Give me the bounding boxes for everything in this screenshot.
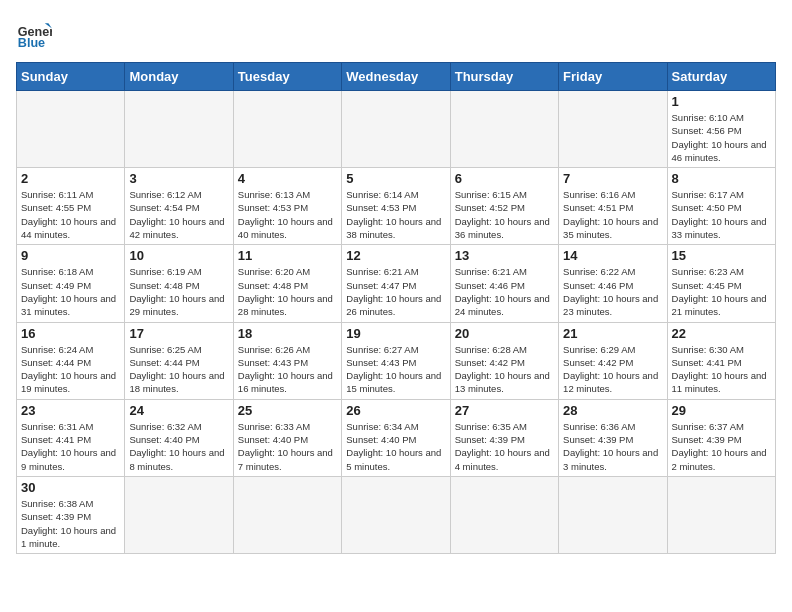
day-number: 29 <box>672 403 771 418</box>
calendar-cell <box>667 476 775 553</box>
calendar-cell: 4Sunrise: 6:13 AM Sunset: 4:53 PM Daylig… <box>233 168 341 245</box>
logo-icon: General Blue <box>16 16 52 52</box>
day-info: Sunrise: 6:21 AM Sunset: 4:47 PM Dayligh… <box>346 265 445 318</box>
day-number: 11 <box>238 248 337 263</box>
calendar-cell: 1Sunrise: 6:10 AM Sunset: 4:56 PM Daylig… <box>667 91 775 168</box>
day-info: Sunrise: 6:36 AM Sunset: 4:39 PM Dayligh… <box>563 420 662 473</box>
day-info: Sunrise: 6:37 AM Sunset: 4:39 PM Dayligh… <box>672 420 771 473</box>
calendar-cell: 22Sunrise: 6:30 AM Sunset: 4:41 PM Dayli… <box>667 322 775 399</box>
day-info: Sunrise: 6:30 AM Sunset: 4:41 PM Dayligh… <box>672 343 771 396</box>
calendar-week-row: 23Sunrise: 6:31 AM Sunset: 4:41 PM Dayli… <box>17 399 776 476</box>
calendar-cell: 5Sunrise: 6:14 AM Sunset: 4:53 PM Daylig… <box>342 168 450 245</box>
calendar-cell: 26Sunrise: 6:34 AM Sunset: 4:40 PM Dayli… <box>342 399 450 476</box>
day-number: 10 <box>129 248 228 263</box>
day-info: Sunrise: 6:31 AM Sunset: 4:41 PM Dayligh… <box>21 420 120 473</box>
calendar-cell: 13Sunrise: 6:21 AM Sunset: 4:46 PM Dayli… <box>450 245 558 322</box>
calendar-cell <box>450 91 558 168</box>
calendar-cell <box>559 91 667 168</box>
page-header: General Blue <box>16 16 776 52</box>
calendar-cell: 19Sunrise: 6:27 AM Sunset: 4:43 PM Dayli… <box>342 322 450 399</box>
day-number: 5 <box>346 171 445 186</box>
day-info: Sunrise: 6:26 AM Sunset: 4:43 PM Dayligh… <box>238 343 337 396</box>
calendar-cell: 30Sunrise: 6:38 AM Sunset: 4:39 PM Dayli… <box>17 476 125 553</box>
day-info: Sunrise: 6:34 AM Sunset: 4:40 PM Dayligh… <box>346 420 445 473</box>
day-info: Sunrise: 6:21 AM Sunset: 4:46 PM Dayligh… <box>455 265 554 318</box>
day-number: 21 <box>563 326 662 341</box>
day-info: Sunrise: 6:19 AM Sunset: 4:48 PM Dayligh… <box>129 265 228 318</box>
day-info: Sunrise: 6:10 AM Sunset: 4:56 PM Dayligh… <box>672 111 771 164</box>
day-number: 15 <box>672 248 771 263</box>
day-info: Sunrise: 6:11 AM Sunset: 4:55 PM Dayligh… <box>21 188 120 241</box>
calendar-cell <box>125 91 233 168</box>
day-number: 27 <box>455 403 554 418</box>
day-info: Sunrise: 6:12 AM Sunset: 4:54 PM Dayligh… <box>129 188 228 241</box>
day-info: Sunrise: 6:27 AM Sunset: 4:43 PM Dayligh… <box>346 343 445 396</box>
day-info: Sunrise: 6:22 AM Sunset: 4:46 PM Dayligh… <box>563 265 662 318</box>
day-number: 4 <box>238 171 337 186</box>
day-info: Sunrise: 6:20 AM Sunset: 4:48 PM Dayligh… <box>238 265 337 318</box>
weekday-header-wednesday: Wednesday <box>342 63 450 91</box>
calendar-cell: 8Sunrise: 6:17 AM Sunset: 4:50 PM Daylig… <box>667 168 775 245</box>
calendar-cell: 6Sunrise: 6:15 AM Sunset: 4:52 PM Daylig… <box>450 168 558 245</box>
day-info: Sunrise: 6:38 AM Sunset: 4:39 PM Dayligh… <box>21 497 120 550</box>
day-number: 14 <box>563 248 662 263</box>
day-number: 13 <box>455 248 554 263</box>
day-info: Sunrise: 6:16 AM Sunset: 4:51 PM Dayligh… <box>563 188 662 241</box>
calendar-cell: 9Sunrise: 6:18 AM Sunset: 4:49 PM Daylig… <box>17 245 125 322</box>
day-number: 26 <box>346 403 445 418</box>
calendar-cell <box>125 476 233 553</box>
calendar-cell: 14Sunrise: 6:22 AM Sunset: 4:46 PM Dayli… <box>559 245 667 322</box>
calendar-cell <box>342 476 450 553</box>
calendar-cell <box>559 476 667 553</box>
weekday-header-friday: Friday <box>559 63 667 91</box>
calendar-cell: 18Sunrise: 6:26 AM Sunset: 4:43 PM Dayli… <box>233 322 341 399</box>
calendar-cell: 11Sunrise: 6:20 AM Sunset: 4:48 PM Dayli… <box>233 245 341 322</box>
day-info: Sunrise: 6:15 AM Sunset: 4:52 PM Dayligh… <box>455 188 554 241</box>
calendar-table: SundayMondayTuesdayWednesdayThursdayFrid… <box>16 62 776 554</box>
calendar-cell: 24Sunrise: 6:32 AM Sunset: 4:40 PM Dayli… <box>125 399 233 476</box>
day-info: Sunrise: 6:13 AM Sunset: 4:53 PM Dayligh… <box>238 188 337 241</box>
calendar-cell: 10Sunrise: 6:19 AM Sunset: 4:48 PM Dayli… <box>125 245 233 322</box>
day-number: 17 <box>129 326 228 341</box>
day-number: 24 <box>129 403 228 418</box>
calendar-cell: 17Sunrise: 6:25 AM Sunset: 4:44 PM Dayli… <box>125 322 233 399</box>
day-info: Sunrise: 6:29 AM Sunset: 4:42 PM Dayligh… <box>563 343 662 396</box>
calendar-cell <box>450 476 558 553</box>
day-number: 18 <box>238 326 337 341</box>
calendar-cell: 21Sunrise: 6:29 AM Sunset: 4:42 PM Dayli… <box>559 322 667 399</box>
calendar-cell <box>233 476 341 553</box>
day-number: 16 <box>21 326 120 341</box>
calendar-week-row: 16Sunrise: 6:24 AM Sunset: 4:44 PM Dayli… <box>17 322 776 399</box>
calendar-cell: 12Sunrise: 6:21 AM Sunset: 4:47 PM Dayli… <box>342 245 450 322</box>
day-number: 23 <box>21 403 120 418</box>
calendar-cell: 27Sunrise: 6:35 AM Sunset: 4:39 PM Dayli… <box>450 399 558 476</box>
day-number: 22 <box>672 326 771 341</box>
calendar-week-row: 1Sunrise: 6:10 AM Sunset: 4:56 PM Daylig… <box>17 91 776 168</box>
calendar-cell <box>17 91 125 168</box>
day-number: 2 <box>21 171 120 186</box>
weekday-header-sunday: Sunday <box>17 63 125 91</box>
calendar-cell <box>233 91 341 168</box>
day-info: Sunrise: 6:14 AM Sunset: 4:53 PM Dayligh… <box>346 188 445 241</box>
day-number: 28 <box>563 403 662 418</box>
calendar-cell: 7Sunrise: 6:16 AM Sunset: 4:51 PM Daylig… <box>559 168 667 245</box>
calendar-week-row: 9Sunrise: 6:18 AM Sunset: 4:49 PM Daylig… <box>17 245 776 322</box>
day-number: 19 <box>346 326 445 341</box>
day-number: 3 <box>129 171 228 186</box>
calendar-cell: 28Sunrise: 6:36 AM Sunset: 4:39 PM Dayli… <box>559 399 667 476</box>
day-info: Sunrise: 6:33 AM Sunset: 4:40 PM Dayligh… <box>238 420 337 473</box>
calendar-cell: 15Sunrise: 6:23 AM Sunset: 4:45 PM Dayli… <box>667 245 775 322</box>
weekday-header-tuesday: Tuesday <box>233 63 341 91</box>
calendar-cell: 23Sunrise: 6:31 AM Sunset: 4:41 PM Dayli… <box>17 399 125 476</box>
weekday-header-thursday: Thursday <box>450 63 558 91</box>
day-number: 1 <box>672 94 771 109</box>
calendar-week-row: 2Sunrise: 6:11 AM Sunset: 4:55 PM Daylig… <box>17 168 776 245</box>
day-number: 7 <box>563 171 662 186</box>
calendar-cell: 16Sunrise: 6:24 AM Sunset: 4:44 PM Dayli… <box>17 322 125 399</box>
calendar-cell <box>342 91 450 168</box>
day-number: 20 <box>455 326 554 341</box>
day-info: Sunrise: 6:32 AM Sunset: 4:40 PM Dayligh… <box>129 420 228 473</box>
day-number: 6 <box>455 171 554 186</box>
svg-text:Blue: Blue <box>18 36 45 50</box>
day-info: Sunrise: 6:18 AM Sunset: 4:49 PM Dayligh… <box>21 265 120 318</box>
